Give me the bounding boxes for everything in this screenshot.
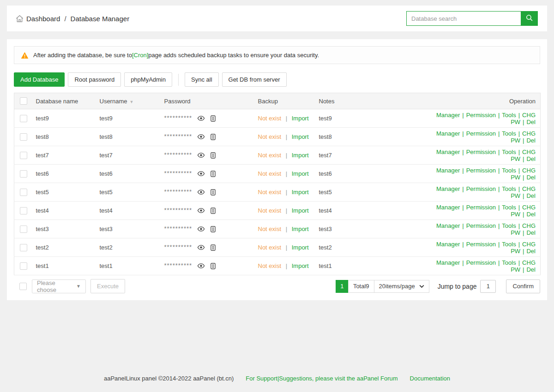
batch-action-select[interactable]: Please choose ▼ (32, 279, 86, 293)
row-checkbox[interactable] (20, 207, 27, 214)
delete-link[interactable]: Del (526, 229, 536, 236)
permission-link[interactable]: Permission (466, 204, 496, 211)
copy-password-icon[interactable] (210, 170, 217, 178)
permission-link[interactable]: Permission (466, 259, 496, 266)
manager-link[interactable]: Manager (436, 185, 460, 192)
confirm-button[interactable]: Confirm (506, 279, 540, 293)
search-input[interactable] (406, 11, 521, 26)
operation-separator: | (523, 229, 524, 236)
import-link[interactable]: Import (292, 244, 309, 251)
import-link[interactable]: Import (292, 207, 309, 214)
permission-link[interactable]: Permission (466, 185, 496, 192)
forum-link[interactable]: For Support|Suggestions, please visit th… (246, 375, 397, 382)
show-password-icon[interactable] (197, 188, 205, 196)
row-checkbox[interactable] (20, 152, 27, 159)
tools-link[interactable]: Tools (502, 185, 516, 192)
page-1-button[interactable]: 1 (336, 280, 349, 293)
delete-link[interactable]: Del (526, 248, 536, 255)
copy-password-icon[interactable] (210, 115, 217, 122)
row-checkbox[interactable] (20, 115, 27, 122)
select-all-checkbox[interactable] (20, 97, 27, 105)
tools-link[interactable]: Tools (502, 167, 516, 174)
items-per-page-select[interactable]: 20items/page (374, 280, 429, 293)
delete-link[interactable]: Del (526, 174, 536, 181)
tools-link[interactable]: Tools (502, 130, 516, 137)
import-link[interactable]: Import (292, 152, 309, 159)
tools-link[interactable]: Tools (502, 241, 516, 248)
show-password-icon[interactable] (197, 225, 205, 233)
manager-link[interactable]: Manager (436, 222, 460, 229)
delete-link[interactable]: Del (526, 137, 536, 144)
delete-link[interactable]: Del (526, 155, 536, 162)
password-mask: ********** (164, 133, 193, 140)
row-checkbox[interactable] (20, 189, 27, 196)
sync-all-button[interactable]: Sync all (185, 72, 219, 87)
manager-link[interactable]: Manager (436, 204, 460, 211)
copy-password-icon[interactable] (210, 207, 217, 214)
manager-link[interactable]: Manager (436, 241, 460, 248)
phpmyadmin-button[interactable]: phpMyAdmin (124, 72, 172, 87)
row-checkbox[interactable] (20, 133, 27, 141)
row-checkbox[interactable] (20, 244, 27, 251)
documentation-link[interactable]: Documentation (410, 375, 450, 382)
copy-password-icon[interactable] (210, 133, 217, 141)
show-password-icon[interactable] (197, 114, 205, 122)
header-username[interactable]: Username▼ (94, 93, 159, 109)
show-password-icon[interactable] (197, 207, 205, 214)
import-link[interactable]: Import (292, 133, 309, 140)
permission-link[interactable]: Permission (466, 130, 496, 137)
manager-link[interactable]: Manager (436, 130, 460, 137)
import-link[interactable]: Import (292, 170, 309, 177)
manager-link[interactable]: Manager (436, 259, 460, 266)
operation-separator: | (498, 185, 500, 192)
operation-separator: | (462, 222, 464, 229)
permission-link[interactable]: Permission (466, 241, 496, 248)
show-password-icon[interactable] (197, 170, 205, 178)
permission-link[interactable]: Permission (466, 148, 496, 155)
batch-select-checkbox[interactable] (19, 283, 27, 290)
copy-password-icon[interactable] (210, 226, 217, 233)
execute-button[interactable]: Execute (90, 279, 125, 293)
show-password-icon[interactable] (197, 262, 205, 270)
copy-password-icon[interactable] (210, 262, 217, 270)
manager-link[interactable]: Manager (436, 148, 460, 155)
import-link[interactable]: Import (292, 189, 309, 196)
get-db-from-server-button[interactable]: Get DB from server (222, 72, 287, 87)
notes-cell: test9 (313, 109, 411, 128)
copy-password-icon[interactable] (210, 244, 217, 251)
manager-link[interactable]: Manager (436, 112, 460, 119)
import-link[interactable]: Import (292, 115, 309, 122)
permission-link[interactable]: Permission (466, 112, 496, 119)
root-password-button[interactable]: Root password (68, 72, 121, 87)
show-password-icon[interactable] (197, 151, 205, 159)
tools-link[interactable]: Tools (502, 148, 516, 155)
delete-link[interactable]: Del (526, 211, 536, 218)
row-checkbox[interactable] (20, 262, 27, 270)
manager-link[interactable]: Manager (436, 167, 460, 174)
database-name-cell: test5 (30, 183, 94, 202)
home-icon[interactable] (15, 14, 24, 23)
tools-link[interactable]: Tools (502, 204, 516, 211)
delete-link[interactable]: Del (526, 119, 536, 125)
tools-link[interactable]: Tools (502, 112, 516, 119)
permission-link[interactable]: Permission (466, 222, 496, 229)
import-link[interactable]: Import (292, 226, 309, 232)
search-button[interactable] (521, 11, 538, 26)
copy-password-icon[interactable] (210, 189, 217, 196)
breadcrumb-dashboard[interactable]: Dashboard (26, 15, 60, 23)
row-checkbox[interactable] (20, 170, 27, 178)
show-password-icon[interactable] (197, 244, 205, 251)
jump-to-page-input[interactable] (480, 280, 496, 293)
tools-link[interactable]: Tools (502, 222, 516, 229)
copy-password-icon[interactable] (210, 152, 217, 159)
delete-link[interactable]: Del (526, 192, 536, 199)
pager: 1 Total9 20items/page (336, 280, 429, 293)
cron-link[interactable]: [Cron] (132, 52, 148, 59)
show-password-icon[interactable] (197, 133, 205, 141)
permission-link[interactable]: Permission (466, 167, 496, 174)
add-database-button[interactable]: Add Database (14, 72, 65, 87)
row-checkbox[interactable] (20, 226, 27, 233)
delete-link[interactable]: Del (526, 266, 536, 273)
tools-link[interactable]: Tools (502, 259, 516, 266)
import-link[interactable]: Import (292, 262, 309, 269)
